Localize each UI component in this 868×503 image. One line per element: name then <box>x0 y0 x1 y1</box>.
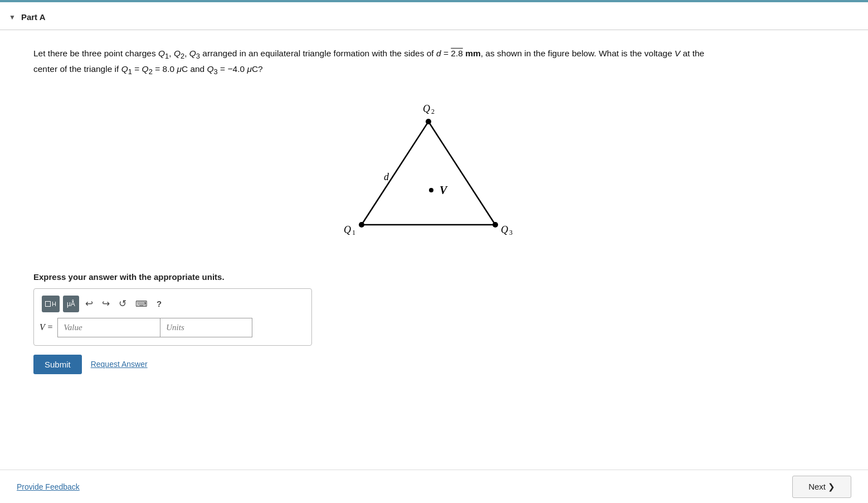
buttons-row: Submit Request Answer <box>33 355 835 374</box>
problem-text: Let there be three point charges Q1, Q2,… <box>33 47 802 78</box>
svg-text:1: 1 <box>352 229 355 236</box>
svg-text:3: 3 <box>509 229 513 236</box>
provide-feedback-link[interactable]: Provide Feedback <box>17 482 80 491</box>
request-answer-button[interactable]: Request Answer <box>91 360 148 369</box>
part-label: Part A <box>21 12 46 22</box>
express-label: Express your answer with the appropriate… <box>33 272 835 282</box>
answer-section: Express your answer with the appropriate… <box>33 272 835 374</box>
answer-box: H μÅ ↩ ↪ ↺ ⌨ ? V = <box>33 288 312 346</box>
problem-line2: center of the triangle if Q1 = Q2 = 8.0 … <box>33 64 263 74</box>
next-button[interactable]: Next ❯ <box>792 476 851 498</box>
units-input[interactable] <box>160 318 252 337</box>
problem-line1: Let there be three point charges Q1, Q2,… <box>33 49 704 58</box>
svg-point-6 <box>429 188 433 192</box>
keyboard-btn[interactable]: ⌨ <box>133 296 150 312</box>
svg-text:Q: Q <box>501 224 508 235</box>
main-content: Let there be three point charges Q1, Q2,… <box>0 30 868 391</box>
svg-point-5 <box>426 119 431 124</box>
svg-line-1 <box>362 122 428 225</box>
undo-btn[interactable]: ↩ <box>82 296 96 312</box>
svg-point-4 <box>492 222 498 228</box>
part-chevron[interactable]: ▼ <box>9 13 16 21</box>
toolbar: H μÅ ↩ ↪ ↺ ⌨ ? <box>40 296 306 312</box>
v-equals-label: V = <box>40 322 53 332</box>
svg-text:V: V <box>440 184 448 196</box>
part-header: ▼ Part A <box>0 2 868 30</box>
submit-button[interactable]: Submit <box>33 355 82 374</box>
svg-text:d: d <box>384 171 389 182</box>
value-input[interactable] <box>57 318 160 337</box>
next-label: Next <box>808 482 826 491</box>
svg-text:Q: Q <box>344 224 351 235</box>
input-row: V = <box>40 318 306 337</box>
svg-line-2 <box>428 122 495 225</box>
redo-btn[interactable]: ↪ <box>99 296 113 312</box>
svg-text:2: 2 <box>431 108 435 115</box>
svg-text:Q: Q <box>423 103 430 114</box>
diagram-container: Q 2 Q 1 Q 3 d V <box>33 88 835 255</box>
unit-btn[interactable]: μÅ <box>63 296 79 312</box>
bottom-bar: Provide Feedback Next ❯ <box>0 470 868 503</box>
next-chevron-icon: ❯ <box>828 482 835 492</box>
help-btn[interactable]: ? <box>154 296 164 312</box>
triangle-diagram: Q 2 Q 1 Q 3 d V <box>328 88 540 255</box>
refresh-btn[interactable]: ↺ <box>116 296 129 312</box>
template-btn[interactable]: H <box>42 296 60 312</box>
svg-point-3 <box>359 222 364 228</box>
